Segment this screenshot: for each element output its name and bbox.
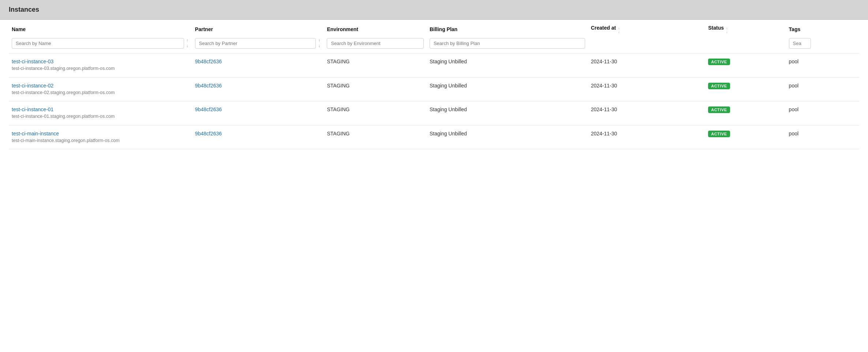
search-partner-cell: ↑↓	[192, 37, 324, 53]
cell-tags-2: pool	[786, 101, 859, 126]
page-header: Instances	[0, 0, 868, 20]
cell-partner-0: 9b48cf2636	[192, 53, 324, 78]
search-tags-cell	[786, 37, 859, 53]
partner-link-1[interactable]: 9b48cf2636	[195, 83, 222, 89]
column-headers-row: Name Partner Environment Billing Plan Cr	[9, 20, 859, 37]
instance-name-link-1[interactable]: test-ci-instance-02	[12, 83, 189, 89]
cell-created-0: 2024-11-30	[588, 53, 706, 78]
search-billing-cell	[427, 37, 588, 53]
col-header-partner: Partner	[192, 20, 324, 37]
cell-environment-3: STAGING	[324, 125, 426, 149]
cell-name-1: test-ci-instance-02 test-ci-instance-02.…	[9, 77, 192, 101]
col-header-tags: Tags	[786, 20, 859, 37]
status-sort-icon[interactable]: ↑↓	[726, 27, 728, 34]
partner-link-0[interactable]: 9b48cf2636	[195, 59, 222, 64]
search-created-cell	[588, 37, 706, 53]
cell-created-1: 2024-11-30	[588, 77, 706, 101]
search-name-input[interactable]	[12, 38, 184, 49]
cell-name-0: test-ci-instance-03 test-ci-instance-03.…	[9, 53, 192, 78]
search-environment-cell	[324, 37, 426, 53]
page-title: Instances	[9, 6, 859, 14]
instance-name-link-3[interactable]: test-ci-main-instance	[12, 131, 189, 136]
instance-url-3: test-ci-main-instance.staging.oregon.pla…	[12, 138, 189, 144]
partner-link-2[interactable]: 9b48cf2636	[195, 106, 222, 112]
status-badge-3: ACTIVE	[708, 131, 730, 137]
cell-name-3: test-ci-main-instance test-ci-main-insta…	[9, 125, 192, 149]
cell-status-2: ACTIVE	[705, 101, 786, 126]
instances-tbody: test-ci-instance-03 test-ci-instance-03.…	[9, 53, 859, 149]
cell-status-3: ACTIVE	[705, 125, 786, 149]
cell-environment-1: STAGING	[324, 77, 426, 101]
cell-billing-0: Staging Unbilled	[427, 53, 588, 78]
name-sort-button[interactable]: ↑↓	[186, 38, 189, 48]
instance-name-link-0[interactable]: test-ci-instance-03	[12, 59, 189, 64]
search-name-cell: ↑↓	[9, 37, 192, 53]
search-billing-input[interactable]	[430, 38, 585, 49]
cell-tags-1: pool	[786, 77, 859, 101]
col-header-billing-plan: Billing Plan	[427, 20, 588, 37]
cell-tags-3: pool	[786, 125, 859, 149]
search-status-cell	[705, 37, 786, 53]
search-partner-wrapper: ↑↓	[195, 38, 321, 49]
instance-name-link-2[interactable]: test-ci-instance-01	[12, 106, 189, 112]
table-row: test-ci-instance-02 test-ci-instance-02.…	[9, 77, 859, 101]
col-header-status: Status ↑↓	[705, 20, 786, 37]
cell-created-3: 2024-11-30	[588, 125, 706, 149]
created-at-sort-icon[interactable]: ↑↓	[618, 27, 620, 34]
col-header-environment: Environment	[324, 20, 426, 37]
instance-url-1: test-ci-instance-02.staging.oregon.platf…	[12, 90, 189, 96]
table-container: Name Partner Environment Billing Plan Cr	[0, 20, 868, 149]
col-header-created-at: Created at ↑↓	[588, 20, 706, 37]
instance-url-0: test-ci-instance-03.staging.oregon.platf…	[12, 65, 189, 72]
table-row: test-ci-main-instance test-ci-main-insta…	[9, 125, 859, 149]
cell-status-0: ACTIVE	[705, 53, 786, 78]
cell-billing-2: Staging Unbilled	[427, 101, 588, 126]
table-row: test-ci-instance-01 test-ci-instance-01.…	[9, 101, 859, 126]
status-badge-1: ACTIVE	[708, 83, 730, 89]
col-header-name: Name	[9, 20, 192, 37]
cell-created-2: 2024-11-30	[588, 101, 706, 126]
page-container: Instances Name Partner Environment	[0, 0, 868, 352]
cell-billing-1: Staging Unbilled	[427, 77, 588, 101]
search-environment-input[interactable]	[327, 38, 423, 49]
search-name-wrapper: ↑↓	[12, 38, 189, 49]
table-wrapper: Name Partner Environment Billing Plan Cr	[9, 20, 859, 149]
cell-environment-2: STAGING	[324, 101, 426, 126]
table-row: test-ci-instance-03 test-ci-instance-03.…	[9, 53, 859, 78]
search-filters-row: ↑↓ ↑↓	[9, 37, 859, 53]
cell-partner-1: 9b48cf2636	[192, 77, 324, 101]
cell-environment-0: STAGING	[324, 53, 426, 78]
status-badge-2: ACTIVE	[708, 106, 730, 113]
partner-sort-button[interactable]: ↑↓	[317, 38, 321, 48]
cell-name-2: test-ci-instance-01 test-ci-instance-01.…	[9, 101, 192, 126]
instance-url-2: test-ci-instance-01.staging.oregon.platf…	[12, 113, 189, 120]
cell-partner-2: 9b48cf2636	[192, 101, 324, 126]
cell-tags-0: pool	[786, 53, 859, 78]
cell-status-1: ACTIVE	[705, 77, 786, 101]
cell-billing-3: Staging Unbilled	[427, 125, 588, 149]
status-badge-0: ACTIVE	[708, 59, 730, 65]
partner-link-3[interactable]: 9b48cf2636	[195, 131, 222, 136]
search-tags-input[interactable]	[789, 38, 811, 49]
instances-table: Name Partner Environment Billing Plan Cr	[9, 20, 859, 149]
cell-partner-3: 9b48cf2636	[192, 125, 324, 149]
search-partner-input[interactable]	[195, 38, 316, 49]
